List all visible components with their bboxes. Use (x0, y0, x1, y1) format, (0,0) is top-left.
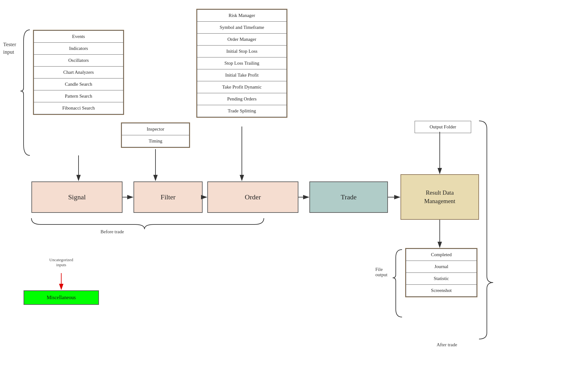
statistic-item: Statistic (406, 273, 477, 285)
signal-input-stack: Events Indicators Oscillators Chart Anal… (33, 30, 124, 115)
oscillators-item: Oscillators (34, 55, 123, 67)
output-folder-box: Output Folder (415, 121, 471, 133)
after-trade-label: After trade (437, 342, 457, 348)
filter-input-stack: Inspector Timing (121, 122, 190, 148)
result-data-management-box: Result Data Management (400, 174, 479, 220)
miscellaneous-box: Miscellaneous (24, 290, 99, 305)
uncategorized-label: Uncategorized inputs (28, 257, 94, 267)
risk-manager-item: Risk Manager (197, 9, 287, 22)
trade-splitting-item: Trade Splitting (197, 105, 287, 117)
screenshot-item: Screenshot (406, 285, 477, 297)
tester-input-label: Tester input (3, 41, 22, 56)
take-profit-dynamic-item: Take Profit Dynamic (197, 81, 287, 93)
before-trade-label: Before trade (101, 229, 124, 235)
completed-item: Completed (406, 249, 477, 261)
pending-orders-item: Pending Orders (197, 93, 287, 105)
candle-search-item: Candle Search (34, 78, 123, 90)
initial-take-profit-item: Initial Take Profit (197, 69, 287, 81)
order-input-stack: Risk Manager Symbol and Timeframe Order … (196, 9, 287, 118)
timing-item: Timing (122, 135, 189, 147)
inspector-item: Inspector (122, 123, 189, 135)
file-output-stack: Completed Journal Statistic Screenshot (405, 248, 477, 297)
order-manager-item: Order Manager (197, 34, 287, 46)
signal-box: Signal (31, 181, 122, 213)
events-item: Events (34, 30, 123, 43)
symbol-timeframe-item: Symbol and Timeframe (197, 22, 287, 34)
trade-box: Trade (309, 181, 388, 213)
chart-analyzers-item: Chart Analyzers (34, 67, 123, 78)
order-box: Order (207, 181, 298, 213)
journal-item: Journal (406, 261, 477, 273)
stop-loss-trailing-item: Stop Loss Trailing (197, 57, 287, 69)
filter-box: Filter (133, 181, 203, 213)
fibonacci-search-item: Fibonacci Search (34, 102, 123, 114)
indicators-item: Indicators (34, 43, 123, 55)
file-output-label: File output (375, 267, 387, 278)
pattern-search-item: Pattern Search (34, 90, 123, 102)
initial-stop-loss-item: Initial Stop Loss (197, 46, 287, 57)
